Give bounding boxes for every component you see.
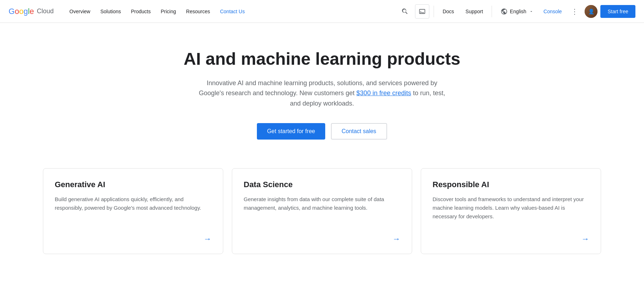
- card-data-science-arrow: →: [244, 234, 400, 244]
- arrow-icon: →: [392, 234, 400, 244]
- nav-products[interactable]: Products: [127, 6, 155, 17]
- chevron-down-icon: [529, 9, 533, 14]
- console-link[interactable]: Console: [541, 6, 565, 17]
- divider: [434, 6, 434, 17]
- card-generative-ai-arrow: →: [55, 234, 211, 244]
- cards-section: Generative AI Build generative AI applic…: [0, 161, 644, 276]
- hero-section: AI and machine learning products Innovat…: [0, 23, 644, 161]
- card-responsible-ai-title: Responsible AI: [433, 180, 589, 189]
- card-generative-ai-title: Generative AI: [55, 180, 211, 189]
- contact-sales-button[interactable]: Contact sales: [331, 123, 387, 140]
- terminal-button[interactable]: [415, 4, 429, 19]
- terminal-icon: [419, 8, 426, 15]
- start-free-button[interactable]: Start free: [600, 5, 635, 18]
- cloud-wordmark: Cloud: [37, 8, 54, 15]
- main-nav: Overview Solutions Products Pricing Reso…: [65, 6, 398, 17]
- nav-overview[interactable]: Overview: [65, 6, 94, 17]
- nav-docs[interactable]: Docs: [438, 6, 458, 17]
- search-button[interactable]: [398, 4, 412, 19]
- card-generative-ai[interactable]: Generative AI Build generative AI applic…: [43, 168, 223, 254]
- card-data-science-title: Data Science: [244, 180, 400, 189]
- nav-contact-us[interactable]: Contact Us: [216, 6, 249, 17]
- logo-link[interactable]: Google Cloud: [9, 7, 54, 16]
- arrow-icon: →: [204, 234, 211, 244]
- divider-2: [492, 6, 492, 17]
- more-options-button[interactable]: ⋮: [567, 4, 582, 19]
- card-data-science[interactable]: Data Science Generate insights from data…: [232, 168, 412, 254]
- hero-subtitle: Innovative AI and machine learning produ…: [197, 78, 447, 109]
- globe-icon: [501, 8, 508, 15]
- card-data-science-desc: Generate insights from data with our com…: [244, 195, 400, 226]
- nav-pricing[interactable]: Pricing: [156, 6, 180, 17]
- card-responsible-ai[interactable]: Responsible AI Discover tools and framew…: [421, 168, 601, 254]
- card-responsible-ai-arrow: →: [433, 234, 589, 244]
- free-credits-link[interactable]: $300 in free credits: [356, 89, 411, 97]
- card-generative-ai-desc: Build generative AI applications quickly…: [55, 195, 211, 226]
- google-wordmark: Google: [9, 7, 34, 16]
- user-avatar[interactable]: 👤: [585, 5, 597, 18]
- search-icon: [401, 8, 409, 15]
- card-responsible-ai-desc: Discover tools and frameworks to underst…: [433, 195, 589, 226]
- language-button[interactable]: English: [496, 5, 538, 18]
- nav-resources[interactable]: Resources: [182, 6, 214, 17]
- get-started-button[interactable]: Get started for free: [257, 123, 325, 140]
- arrow-icon: →: [581, 234, 589, 244]
- nav-solutions[interactable]: Solutions: [96, 6, 125, 17]
- navbar-right: Docs Support English Console ⋮ 👤 Start f…: [398, 4, 635, 19]
- hero-buttons: Get started for free Contact sales: [257, 123, 387, 140]
- hero-title: AI and machine learning products: [184, 49, 460, 69]
- navbar: Google Cloud Overview Solutions Products…: [0, 0, 644, 23]
- avatar-image: 👤: [585, 5, 597, 18]
- language-label: English: [510, 9, 526, 14]
- nav-support[interactable]: Support: [461, 6, 487, 17]
